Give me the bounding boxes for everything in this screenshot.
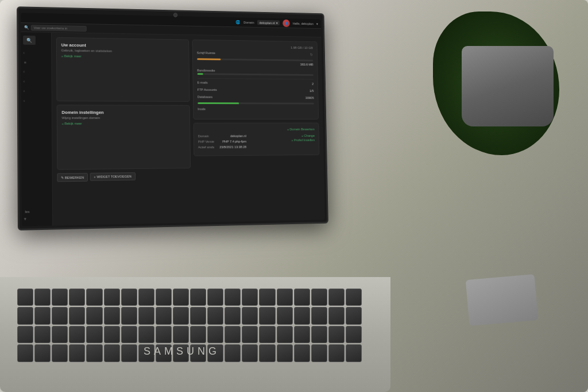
- keyboard-key[interactable]: [34, 307, 51, 324]
- keyboard-key[interactable]: [207, 307, 223, 324]
- keyboard-key[interactable]: [294, 289, 310, 306]
- keyboard-key[interactable]: [277, 326, 293, 343]
- keyboard-key[interactable]: [294, 326, 310, 343]
- keyboard-key[interactable]: [69, 344, 85, 362]
- avatar[interactable]: 👤: [283, 19, 290, 26]
- domain-edit-link[interactable]: » Domein Bewerken: [287, 128, 315, 131]
- keyboard-key[interactable]: [173, 326, 189, 343]
- keyboard-key[interactable]: [225, 289, 241, 306]
- keyboard-key[interactable]: [86, 307, 102, 324]
- domain-value: dekoplan.nl: [259, 21, 274, 24]
- keyboard-key[interactable]: [156, 326, 172, 343]
- keyboard-key[interactable]: [121, 344, 137, 362]
- keyboard-key[interactable]: [242, 307, 258, 324]
- main-layout: 🔍 ‹ n ‹ ‹ ‹ ‹ les ▾: [21, 32, 324, 226]
- keyboard-key[interactable]: [311, 326, 327, 343]
- sidebar-item-n[interactable]: n: [23, 59, 49, 66]
- keyboard-key[interactable]: [259, 307, 275, 324]
- keyboard-key[interactable]: [69, 289, 85, 306]
- sidebar-arrow-2[interactable]: ‹: [23, 69, 49, 74]
- refresh-icon[interactable]: ↻: [310, 53, 313, 57]
- keyboard-key[interactable]: [34, 344, 51, 362]
- keyboard-key[interactable]: [311, 344, 327, 362]
- sidebar-arrow-4[interactable]: ‹: [24, 89, 49, 94]
- keyboard-key[interactable]: [156, 307, 172, 324]
- sidebar-arrow-1[interactable]: ‹: [23, 51, 49, 56]
- sidebar-arrow-3[interactable]: ‹: [24, 79, 49, 84]
- keyboard-key[interactable]: [346, 344, 362, 362]
- keyboard-key[interactable]: [17, 326, 33, 343]
- domain-val: dekoplan.nl: [230, 134, 246, 138]
- keyboard-key[interactable]: [259, 289, 275, 306]
- keyboard-key[interactable]: [86, 344, 102, 362]
- keyboard-key[interactable]: [207, 289, 223, 306]
- profile-link[interactable]: » Profiel Instellen: [291, 139, 315, 142]
- account-card-link[interactable]: » Bekijk meer: [61, 54, 184, 59]
- keyboard-key[interactable]: [86, 289, 102, 306]
- keyboard-key[interactable]: [328, 344, 345, 362]
- keyboard-key[interactable]: [52, 289, 68, 306]
- keyboard-key[interactable]: [225, 326, 241, 343]
- keyboard-key[interactable]: [346, 289, 362, 306]
- keyboard-key[interactable]: [346, 326, 362, 343]
- keyboard-key[interactable]: [311, 307, 327, 324]
- sidebar-arrow-5[interactable]: ‹: [24, 98, 49, 103]
- keyboard-key[interactable]: [328, 307, 345, 324]
- keyboard-key[interactable]: [190, 307, 206, 324]
- keyboard-key[interactable]: [225, 307, 241, 324]
- keyboard-key[interactable]: [259, 344, 275, 362]
- keyboard-key[interactable]: [52, 326, 68, 343]
- keyboard-key[interactable]: [121, 326, 137, 343]
- keyboard-key[interactable]: [277, 289, 293, 306]
- keyboard-key[interactable]: [69, 307, 85, 324]
- keyboard-key[interactable]: [52, 344, 68, 362]
- keyboard-key[interactable]: [173, 289, 189, 306]
- sidebar-item-les[interactable]: les: [24, 208, 50, 216]
- keyboard-key[interactable]: [259, 326, 275, 343]
- domain-selector[interactable]: dekoplan.nl ▾: [257, 20, 280, 25]
- search-input[interactable]: [31, 25, 87, 32]
- keyboard-key[interactable]: [190, 289, 206, 306]
- keyboard-key[interactable]: [104, 344, 120, 362]
- keyboard-key[interactable]: [294, 344, 310, 362]
- keyboard-key[interactable]: [346, 307, 362, 324]
- keyboard-key[interactable]: [242, 326, 258, 343]
- keyboard-key[interactable]: [242, 289, 258, 306]
- disk-stat-row: Schijf Ruimte ↻ 363.6 MB: [197, 51, 314, 66]
- keyboard-key[interactable]: [311, 289, 327, 306]
- keyboard-key[interactable]: [138, 307, 154, 324]
- keyboard-key[interactable]: [328, 326, 345, 343]
- keyboard-key[interactable]: [242, 344, 258, 362]
- keyboard-key[interactable]: [52, 307, 68, 324]
- keyboard-key[interactable]: [207, 326, 223, 343]
- keyboard-key[interactable]: [121, 307, 137, 324]
- sidebar-arrow-bottom[interactable]: ▾: [24, 216, 50, 222]
- keyboard-key[interactable]: [104, 289, 120, 306]
- sidebar-search-button[interactable]: 🔍: [23, 36, 36, 45]
- keyboard-key[interactable]: [34, 326, 51, 343]
- keyboard-key[interactable]: [86, 326, 102, 343]
- keyboard-key[interactable]: [121, 289, 137, 306]
- keyboard-key[interactable]: [17, 289, 33, 306]
- keyboard-key[interactable]: [156, 289, 172, 306]
- keyboard-key[interactable]: [17, 307, 33, 324]
- change-link[interactable]: » Change: [301, 134, 315, 137]
- keyboard-key[interactable]: [104, 307, 120, 324]
- keyboard-key[interactable]: [294, 307, 310, 324]
- keyboard-key[interactable]: [17, 344, 33, 362]
- keyboard-key[interactable]: [225, 344, 241, 362]
- domain-settings-link[interactable]: » Bekijk meer: [62, 122, 185, 125]
- keyboard-key[interactable]: [277, 344, 293, 362]
- keyboard-key[interactable]: [190, 326, 206, 343]
- keyboard-key[interactable]: [138, 326, 154, 343]
- keyboard-key[interactable]: [277, 307, 293, 324]
- keyboard-key[interactable]: [69, 326, 85, 343]
- edit-button[interactable]: ✎ BEWERKEN: [57, 172, 88, 182]
- keyboard-key[interactable]: [328, 289, 345, 306]
- keyboard-key[interactable]: [173, 307, 189, 324]
- keyboard-key[interactable]: [104, 326, 120, 343]
- add-widget-button[interactable]: + WIDGET TOEVOEGEN: [90, 172, 136, 181]
- keyboard-key[interactable]: [34, 289, 51, 306]
- databases-label: Databases: [198, 95, 212, 99]
- keyboard-key[interactable]: [138, 289, 154, 306]
